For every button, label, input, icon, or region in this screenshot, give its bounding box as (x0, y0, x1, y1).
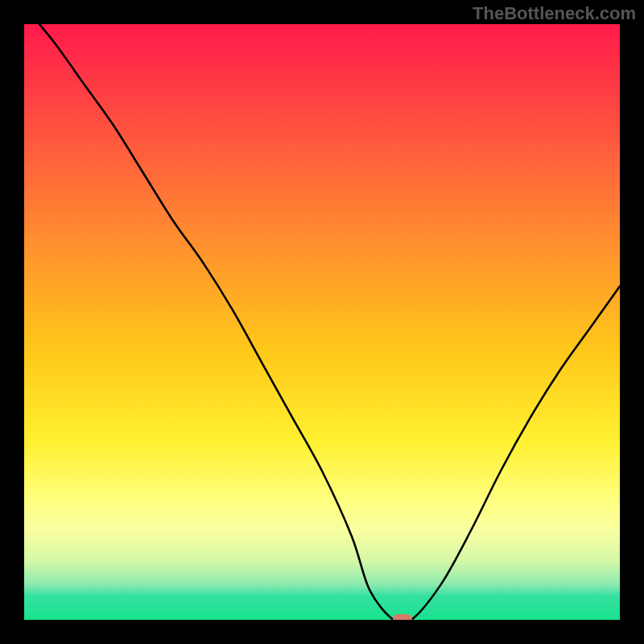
optimal-marker (393, 614, 412, 620)
watermark-text: TheBottleneck.com (473, 3, 636, 24)
plot-area (24, 24, 620, 620)
chart-frame: TheBottleneck.com (0, 0, 644, 644)
bottleneck-curve-svg (24, 24, 620, 620)
bottleneck-curve-path (24, 24, 620, 620)
